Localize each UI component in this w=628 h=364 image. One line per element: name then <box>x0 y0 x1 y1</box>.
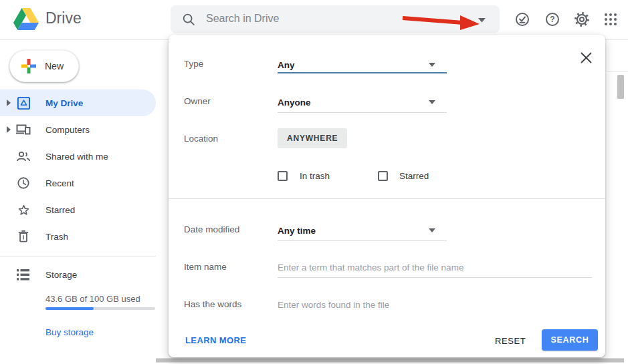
storage-usage-text: 43.6 GB of 100 GB used <box>45 294 140 304</box>
owner-value: Anyone <box>278 98 311 108</box>
search-button[interactable]: SEARCH <box>542 329 598 351</box>
location-anywhere-chip[interactable]: ANYWHERE <box>278 128 347 148</box>
storage-label[interactable]: Storage <box>45 270 77 280</box>
help-icon[interactable]: ? <box>544 11 560 27</box>
advanced-search-fields: Type Any Owner Anyone Location ANYWHERE … <box>169 35 605 309</box>
owner-label: Owner <box>184 96 211 106</box>
search-icon <box>181 12 196 27</box>
date-modified-underline <box>278 240 447 241</box>
owner-select[interactable]: Anyone <box>278 96 447 108</box>
chevron-down-icon <box>428 228 436 233</box>
background-bottom-edge <box>156 358 624 363</box>
sidebar-item-shared-with-me[interactable]: Shared with me <box>0 143 156 170</box>
annotation-red-arrow <box>401 12 483 31</box>
advanced-search-panel: Type Any Owner Anyone Location ANYWHERE … <box>169 35 605 357</box>
my-drive-icon <box>16 96 31 110</box>
panel-divider <box>169 198 605 199</box>
chevron-down-icon <box>428 62 436 67</box>
svg-text:?: ? <box>550 15 554 24</box>
expand-arrow-icon[interactable] <box>6 126 11 133</box>
settings-gear-icon[interactable] <box>574 11 590 27</box>
date-modified-label: Date modified <box>184 224 239 234</box>
background-content-divider <box>607 71 628 72</box>
date-modified-value: Any time <box>278 226 316 236</box>
google-apps-grid-icon[interactable] <box>603 11 619 27</box>
type-select[interactable]: Any <box>278 59 447 71</box>
has-words-label: Has the words <box>184 299 241 309</box>
new-button-label: New <box>45 61 64 71</box>
sidebar-item-trash[interactable]: Trash <box>0 223 156 250</box>
item-name-label: Item name <box>184 262 227 272</box>
sidebar-item-recent[interactable]: Recent <box>0 170 156 196</box>
drive-logo-icon <box>13 8 39 30</box>
sidebar-nav: My Drive Computers S <box>0 89 156 250</box>
computers-icon <box>16 122 31 137</box>
shared-with-me-icon <box>16 149 31 164</box>
sidebar-item-label: Starred <box>45 205 75 215</box>
search-options-chevron-icon[interactable] <box>478 17 486 23</box>
app-title: Drive <box>45 9 82 27</box>
recent-clock-icon <box>16 176 31 190</box>
offline-ready-icon[interactable] <box>514 11 530 27</box>
sidebar-item-starred[interactable]: Starred <box>0 196 156 223</box>
has-words-input[interactable] <box>278 295 592 309</box>
search-bar[interactable]: Search in Drive <box>171 5 500 33</box>
google-plus-icon <box>19 57 38 75</box>
item-name-input[interactable] <box>278 258 592 278</box>
sidebar-item-computers[interactable]: Computers <box>0 116 156 143</box>
close-panel-button[interactable] <box>577 48 595 67</box>
sidebar-divider <box>0 256 156 256</box>
in-trash-checkbox[interactable] <box>278 171 288 181</box>
storage-progress-bar <box>45 307 155 310</box>
starred-checkbox[interactable] <box>378 171 388 181</box>
expand-arrow-icon[interactable] <box>6 100 11 106</box>
star-icon <box>16 202 31 217</box>
buy-storage-link[interactable]: Buy storage <box>45 327 94 337</box>
date-modified-select[interactable]: Any time <box>278 224 447 236</box>
type-focus-underline <box>278 72 447 73</box>
sidebar-item-label: Computers <box>45 125 90 135</box>
trash-icon <box>16 229 31 244</box>
in-trash-label[interactable]: In trash <box>300 171 330 181</box>
sidebar-item-label: Recent <box>45 178 74 188</box>
close-icon <box>581 52 592 63</box>
starred-label[interactable]: Starred <box>399 171 429 181</box>
chevron-down-icon <box>428 100 436 105</box>
sidebar: New My Drive Computers <box>0 40 156 364</box>
type-value: Any <box>278 60 295 70</box>
new-button[interactable]: New <box>9 50 79 82</box>
location-label: Location <box>184 134 218 144</box>
storage-progress-fill <box>45 307 94 310</box>
storage-icon <box>17 269 29 283</box>
owner-underline <box>278 112 447 113</box>
sidebar-item-label: Trash <box>45 232 68 242</box>
page-scrollbar-thumb[interactable] <box>617 75 624 99</box>
sidebar-item-label: My Drive <box>45 98 83 108</box>
sidebar-item-label: Shared with me <box>45 152 108 162</box>
type-label: Type <box>184 59 203 69</box>
learn-more-link[interactable]: LEARN MORE <box>185 335 246 345</box>
sidebar-item-my-drive[interactable]: My Drive <box>0 89 156 116</box>
search-input-placeholder[interactable]: Search in Drive <box>206 13 279 25</box>
reset-button[interactable]: RESET <box>488 331 532 351</box>
